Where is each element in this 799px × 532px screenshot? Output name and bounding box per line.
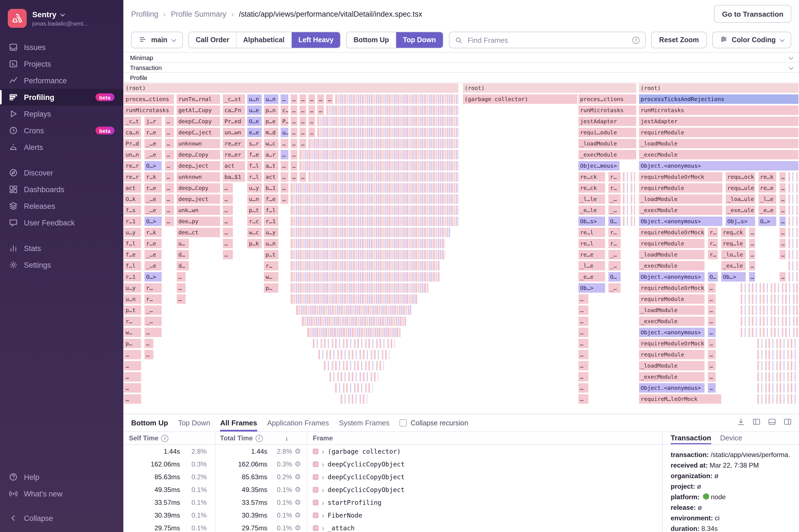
expand-chevron-icon[interactable]: › [322, 486, 324, 493]
frame-header[interactable]: Frame [307, 432, 662, 444]
flame-frame[interactable]: … [280, 94, 289, 104]
flame-frame[interactable]: … [222, 183, 234, 193]
flame-frame[interactable]: _lo…le [721, 249, 746, 260]
flame-frame[interactable]: Pr…ed [222, 116, 246, 127]
flame-frame[interactable]: (root) [123, 83, 459, 93]
flame-frame[interactable]: f…l [247, 160, 262, 171]
flame-frame[interactable]: … [222, 227, 234, 238]
flame-frame[interactable]: Obj…s> [725, 216, 756, 227]
flame-frame-cluster[interactable] [757, 360, 799, 371]
flame-frame[interactable]: unknown [176, 138, 221, 149]
flame-frame[interactable]: unk…wn [176, 205, 221, 215]
flame-frame[interactable]: _… [608, 194, 621, 204]
flame-frame[interactable]: dee…py [176, 216, 221, 227]
flame-frame-cluster[interactable] [788, 205, 799, 215]
flame-frame[interactable]: … [123, 360, 142, 371]
flame-frame[interactable]: re…k [758, 172, 777, 182]
flame-frame[interactable]: r… [608, 238, 621, 249]
flame-frame-cluster[interactable] [290, 183, 459, 193]
flame-frame[interactable]: _execModule [638, 205, 723, 215]
flame-frame[interactable]: _…e [144, 261, 162, 271]
sidebar-item-user-feedback[interactable]: User Feedback [0, 214, 123, 231]
self-time-header[interactable]: Self Timei [123, 432, 216, 444]
flame-frame[interactable]: _loadModule [638, 194, 723, 204]
frame-cell[interactable]: ›FiberNode [307, 509, 662, 521]
flame-frame-cluster[interactable] [290, 216, 459, 227]
flame-frame[interactable]: _… [144, 305, 162, 316]
flame-frame-cluster[interactable] [323, 360, 385, 371]
gear-icon[interactable]: ⚙ [292, 511, 303, 519]
color-coding-button[interactable]: Color Coding [712, 32, 791, 48]
flame-frame[interactable]: re…ck [578, 172, 606, 182]
flame-frame-cluster[interactable] [788, 216, 799, 227]
flame-frame[interactable]: act [263, 172, 279, 182]
flame-frame[interactable]: … [707, 305, 716, 316]
flame-frame[interactable]: … [578, 360, 589, 371]
expand-chevron-icon[interactable]: › [322, 524, 324, 532]
flame-frame-cluster[interactable] [740, 283, 799, 293]
flame-frame[interactable]: f…l [123, 261, 142, 271]
flame-frame-cluster[interactable] [788, 249, 799, 260]
flame-frame-cluster[interactable] [326, 105, 459, 115]
flame-frame[interactable]: … [707, 294, 716, 304]
flame-frame[interactable]: un…n [123, 149, 142, 160]
flame-frame[interactable]: proces…ctions [578, 94, 637, 104]
flame-frame-cluster[interactable] [290, 283, 429, 293]
flame-frame-cluster[interactable] [788, 172, 799, 182]
flame-frame[interactable]: p…k [247, 238, 262, 249]
flame-frame[interactable]: u…y [123, 283, 142, 293]
flame-frame[interactable]: r…e [144, 127, 162, 138]
flame-frame[interactable]: … [165, 205, 174, 215]
flame-frame[interactable]: … [144, 327, 162, 338]
flame-frame[interactable]: _execModule [638, 149, 799, 160]
flame-frame[interactable]: _execModule [638, 261, 705, 271]
flame-frame[interactable]: u…n [247, 94, 262, 104]
flame-frame[interactable]: Object.<anonymous> [638, 160, 799, 171]
flame-frame[interactable]: requireModuleOrMock [638, 283, 705, 293]
frame-cell[interactable]: ›_attach [307, 521, 662, 532]
flame-frame-cluster[interactable] [740, 294, 799, 304]
flame-frame[interactable]: requireModule [638, 183, 723, 193]
flame-frame-cluster[interactable] [788, 238, 799, 249]
flame-frame[interactable]: req…ck [721, 227, 746, 238]
sidebar-item-discover[interactable]: Discover [0, 164, 123, 181]
flame-frame[interactable]: … [326, 94, 333, 104]
view-mode-alphabetical[interactable]: Alphabetical [236, 32, 291, 48]
flame-frame[interactable]: … [317, 105, 324, 115]
flame-frame[interactable]: (root) [462, 83, 637, 93]
flame-frame[interactable]: _e…e [758, 205, 777, 215]
flame-frame-cluster[interactable] [290, 205, 459, 215]
flame-frame[interactable]: r…e [144, 238, 162, 249]
chevron-down-icon[interactable] [789, 55, 794, 59]
flame-frame[interactable]: requireModule [638, 294, 705, 304]
flame-frame[interactable]: … [165, 172, 174, 182]
flame-frame[interactable]: requireModule [638, 238, 705, 249]
expand-chevron-icon[interactable]: › [322, 447, 324, 455]
flame-frame-cluster[interactable] [622, 194, 636, 204]
flame-frame[interactable]: … [290, 127, 298, 138]
flame-frame[interactable]: … [280, 172, 289, 182]
flame-frame[interactable]: r… [608, 172, 621, 182]
flame-frame[interactable]: (root) [638, 83, 799, 93]
flame-frame[interactable]: getAl…Copy [176, 105, 221, 115]
sidebar-item-help[interactable]: Help [0, 469, 123, 486]
flame-frame[interactable]: … [578, 316, 589, 326]
flame-frame[interactable]: requireM…leOrMock [638, 394, 722, 404]
flame-frame[interactable]: runMicrotasks [123, 105, 174, 115]
table-row[interactable]: 33.57ms0.1%33.57ms0.1%⚙›startProfiling [123, 496, 662, 509]
flame-frame[interactable]: s…r [247, 138, 262, 149]
flame-frame[interactable]: w… [263, 271, 279, 282]
breadcrumb-profiling[interactable]: Profiling [131, 10, 159, 18]
flame-frame[interactable]: … [779, 249, 786, 260]
sidebar-item-alerts[interactable]: Alerts [0, 139, 123, 155]
flame-frame[interactable]: requireModuleOrMock [638, 227, 705, 238]
flame-frame[interactable]: … [707, 338, 716, 349]
sidebar-item-profiling[interactable]: Profilingbeta [0, 89, 123, 106]
frame-cell[interactable]: ›deepCyclicCopyObject [307, 458, 662, 470]
flame-frame[interactable]: _…e [144, 205, 162, 215]
flame-frame[interactable]: … [779, 238, 786, 249]
flame-frame[interactable]: _c…st [222, 94, 246, 104]
frame-cell[interactable]: ›startProfiling [307, 496, 662, 509]
flame-frame[interactable]: a…r [263, 149, 279, 160]
frame-cell[interactable]: ›deepCyclicCopyObject [307, 483, 662, 496]
